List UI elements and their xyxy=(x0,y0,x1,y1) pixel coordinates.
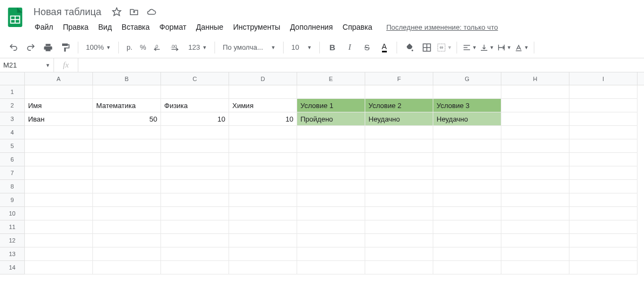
row-header[interactable]: 7 xyxy=(0,166,25,180)
cell-C8[interactable] xyxy=(161,180,229,193)
menu-addons[interactable]: Дополнения xyxy=(286,21,337,33)
cell-F8[interactable] xyxy=(365,180,433,193)
cell-D12[interactable] xyxy=(229,234,297,247)
col-header-G[interactable]: G xyxy=(433,72,501,85)
cell-F4[interactable] xyxy=(365,126,433,139)
cell-I3[interactable] xyxy=(569,112,638,126)
col-header-C[interactable]: C xyxy=(161,72,229,85)
paint-format-icon[interactable] xyxy=(57,40,73,55)
cell-C1[interactable] xyxy=(161,85,229,99)
cell-H13[interactable] xyxy=(501,247,569,261)
cell-E6[interactable] xyxy=(297,153,365,166)
star-icon[interactable] xyxy=(111,6,122,17)
vertical-align-button[interactable]: ▼ xyxy=(479,40,495,55)
cell-B14[interactable] xyxy=(93,261,161,274)
row-header[interactable]: 10 xyxy=(0,207,25,220)
cell-F12[interactable] xyxy=(365,234,433,247)
menu-format[interactable]: Формат xyxy=(155,21,191,33)
cell-E13[interactable] xyxy=(297,247,365,261)
cell-D3[interactable]: 10 xyxy=(229,112,297,126)
cell-I4[interactable] xyxy=(569,126,638,139)
row-header[interactable]: 9 xyxy=(0,193,25,207)
col-header-I[interactable]: I xyxy=(569,72,638,85)
cell-A13[interactable] xyxy=(25,247,93,261)
cell-I14[interactable] xyxy=(569,261,638,274)
cell-D5[interactable] xyxy=(229,139,297,153)
menu-insert[interactable]: Вставка xyxy=(117,21,154,33)
cell-B3[interactable]: 50 xyxy=(93,112,161,126)
cell-E1[interactable] xyxy=(297,85,365,99)
cell-D8[interactable] xyxy=(229,180,297,193)
cell-D13[interactable] xyxy=(229,247,297,261)
cell-F10[interactable] xyxy=(365,207,433,220)
cell-F9[interactable] xyxy=(365,193,433,207)
fill-color-button[interactable] xyxy=(401,40,418,55)
cell-D10[interactable] xyxy=(229,207,297,220)
row-header[interactable]: 4 xyxy=(0,126,25,139)
cell-D4[interactable] xyxy=(229,126,297,139)
text-rotation-button[interactable]: ▼ xyxy=(513,40,529,55)
print-icon[interactable] xyxy=(40,40,56,55)
cell-B8[interactable] xyxy=(93,180,161,193)
number-format-dropdown[interactable]: 123▼ xyxy=(185,40,211,55)
redo-icon[interactable] xyxy=(23,40,39,55)
cell-A4[interactable] xyxy=(25,126,93,139)
row-header[interactable]: 2 xyxy=(0,99,25,112)
cell-D6[interactable] xyxy=(229,153,297,166)
cell-G5[interactable] xyxy=(433,139,501,153)
cell-H14[interactable] xyxy=(501,261,569,274)
cell-I6[interactable] xyxy=(569,153,638,166)
cell-F3[interactable]: Неудачно xyxy=(365,112,433,126)
cell-C12[interactable] xyxy=(161,234,229,247)
cell-D1[interactable] xyxy=(229,85,297,99)
menu-data[interactable]: Данные xyxy=(192,21,228,33)
menu-file[interactable]: Файл xyxy=(30,21,57,33)
cell-B5[interactable] xyxy=(93,139,161,153)
cell-A12[interactable] xyxy=(25,234,93,247)
menu-edit[interactable]: Правка xyxy=(58,21,92,33)
cell-A2[interactable]: Имя xyxy=(25,99,93,112)
cell-I1[interactable] xyxy=(569,85,638,99)
cell-D11[interactable] xyxy=(229,220,297,234)
cell-E14[interactable] xyxy=(297,261,365,274)
cell-H8[interactable] xyxy=(501,180,569,193)
row-header[interactable]: 8 xyxy=(0,180,25,193)
sheets-logo[interactable] xyxy=(4,6,26,28)
menu-view[interactable]: Вид xyxy=(94,21,116,33)
cell-B4[interactable] xyxy=(93,126,161,139)
doc-title[interactable]: Новая таблица xyxy=(30,5,105,19)
cell-G10[interactable] xyxy=(433,207,501,220)
row-header[interactable]: 11 xyxy=(0,220,25,234)
cell-H10[interactable] xyxy=(501,207,569,220)
cell-G2[interactable]: Условие 3 xyxy=(433,99,501,112)
cell-C10[interactable] xyxy=(161,207,229,220)
percent-button[interactable]: % xyxy=(137,40,150,55)
cell-G11[interactable] xyxy=(433,220,501,234)
row-header[interactable]: 6 xyxy=(0,153,25,166)
cell-E7[interactable] xyxy=(297,166,365,180)
cell-B6[interactable] xyxy=(93,153,161,166)
row-header[interactable]: 13 xyxy=(0,247,25,261)
cell-B1[interactable] xyxy=(93,85,161,99)
move-icon[interactable] xyxy=(129,6,139,17)
cell-G3[interactable]: Неудачно xyxy=(433,112,501,126)
cell-B7[interactable] xyxy=(93,166,161,180)
cell-A6[interactable] xyxy=(25,153,93,166)
decrease-decimal-button[interactable]: .0 xyxy=(151,40,167,55)
cell-I9[interactable] xyxy=(569,193,638,207)
cell-E5[interactable] xyxy=(297,139,365,153)
italic-button[interactable]: I xyxy=(341,40,358,55)
cell-G14[interactable] xyxy=(433,261,501,274)
merge-cells-button[interactable]: ▼ xyxy=(436,40,452,55)
cell-H11[interactable] xyxy=(501,220,569,234)
strikethrough-button[interactable]: S xyxy=(359,40,375,55)
cell-I10[interactable] xyxy=(569,207,638,220)
cell-F13[interactable] xyxy=(365,247,433,261)
borders-button[interactable] xyxy=(419,40,435,55)
zoom-dropdown[interactable]: 100%▼ xyxy=(83,40,114,55)
cell-D2[interactable]: Химия xyxy=(229,99,297,112)
cell-B2[interactable]: Математика xyxy=(93,99,161,112)
cloud-icon[interactable] xyxy=(146,6,157,17)
row-header[interactable]: 12 xyxy=(0,234,25,247)
cell-A11[interactable] xyxy=(25,220,93,234)
